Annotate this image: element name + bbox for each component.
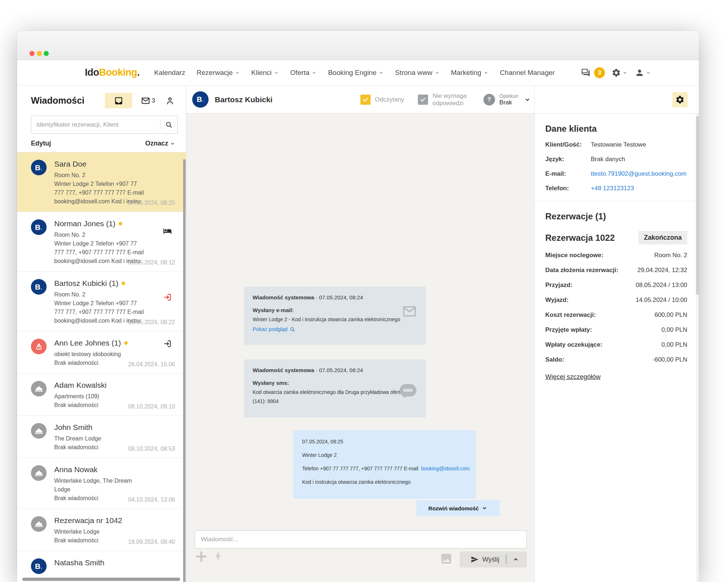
menu-marketing[interactable]: Marketing [451, 69, 488, 77]
message-thread: B. Bartosz Kubicki Odczytany Nie wymagao… [186, 85, 534, 582]
tab-unread[interactable]: 3 [141, 96, 155, 105]
chevron-up-icon[interactable] [513, 556, 519, 563]
chevron-down-icon [312, 70, 317, 75]
conversation-name: Adam Kowalski [54, 381, 107, 390]
send-icon [471, 555, 479, 563]
conversation-item-bartosz-kubicki[interactable]: B. Bartosz Kubicki (1) Room No. 2 Winter… [17, 272, 186, 331]
client-name-value: Testowanie Testowe [591, 141, 646, 148]
conversation-list: B. Sara Doe Room No. 2 Winter Lodge 2 Te… [17, 152, 186, 580]
conversation-item-rezerwacja-1042[interactable]: Rezerwacja nr 1042 Winterlake Lodge Brak… [17, 509, 186, 551]
edit-button[interactable]: Edytuj [31, 140, 51, 147]
conversation-date: 08.10.2024, 09:10 [128, 403, 175, 410]
conversation-name: Ann Lee Johnes (1) [54, 339, 128, 347]
chevron-down-icon [274, 70, 279, 75]
bell-avatar [31, 465, 47, 481]
show-preview-link[interactable]: Pokaż podgląd [253, 326, 417, 332]
app-logo[interactable]: IdoBooking. [85, 67, 140, 78]
conversation-name: Bartosz Kubicki (1) [54, 279, 144, 288]
conversation-item-norman-jones[interactable]: B. Norman Jones (1) Room No. 2 Winter Lo… [17, 212, 186, 272]
image-icon[interactable] [439, 552, 454, 565]
search-box [31, 116, 178, 134]
mark-button[interactable]: Oznacz [145, 140, 175, 147]
more-details-link[interactable]: Więcej szczegółów [545, 373, 601, 381]
conversation-item-john-smith[interactable]: John Smith The Dream Lodge Brak wiadomoś… [17, 416, 186, 458]
check-in-icon [163, 339, 172, 348]
conversation-date: 18.09.2024, 08:40 [128, 539, 175, 545]
booking-avatar: B. [192, 91, 209, 108]
quick-reply-icon[interactable] [212, 549, 224, 563]
sidebar-horizontal-scrollbar[interactable] [22, 578, 180, 581]
inbox-icon [114, 96, 123, 105]
menu-rezerwacje[interactable]: Rezerwacje [197, 69, 240, 77]
minimize-button[interactable] [37, 51, 42, 56]
client-email-link[interactable]: ttesto.791902@guest.booking.com [591, 170, 687, 178]
nav-icon-group: 3 [581, 67, 651, 78]
expand-message-button[interactable]: Rozwiń wiadomość [416, 500, 499, 516]
panel-scrollbar-thumb[interactable] [696, 116, 699, 295]
divider [506, 555, 506, 564]
status-badge: Zakończona [638, 231, 687, 244]
account-menu[interactable] [635, 68, 651, 77]
chevron-down-icon [435, 70, 440, 75]
reservations-title: Rezerwacje (1) [545, 211, 687, 222]
booking-avatar: B. [31, 219, 47, 235]
menu-booking-engine[interactable]: Booking Engine [328, 69, 384, 77]
conversation-item-sara-doe[interactable]: B. Sara Doe Room No. 2 Winter Lodge 2 Te… [17, 152, 186, 212]
conversation-item-natasha-smith[interactable]: B. Natasha Smith [17, 551, 186, 580]
sidebar-title: Wiadomości [31, 95, 84, 106]
booking-avatar: B. [31, 558, 47, 574]
conversation-item-anna-nowak[interactable]: Anna Nowak Winterlake Lodge, The Dream L… [17, 458, 186, 509]
service-bell-icon [34, 426, 44, 436]
person-icon [165, 96, 175, 105]
menu-kalendarz[interactable]: Kalendarz [154, 69, 186, 77]
messages-sidebar: Wiadomości 3 Edytu [17, 85, 186, 582]
reservation-name: Rezerwacja 1022 [545, 233, 615, 243]
tab-inbox[interactable] [105, 93, 132, 108]
unread-tab-count: 3 [152, 97, 155, 104]
menu-oferta[interactable]: Oferta [290, 69, 317, 77]
tab-clients[interactable] [165, 96, 175, 105]
close-button[interactable] [29, 51, 35, 56]
no-reply-checkbox[interactable] [418, 95, 428, 105]
chevron-down-icon [235, 70, 240, 75]
client-data-section: Dane klienta Klient/Gość:Testowanie Test… [535, 113, 699, 201]
panel-header [535, 85, 699, 113]
conversation-item-ann-lee-johnes[interactable]: Ann Lee Johnes (1) obiekt testowy idoboo… [17, 331, 186, 374]
check-icon [362, 96, 369, 103]
details-panel: Dane klienta Klient/Gość:Testowanie Test… [534, 85, 699, 582]
client-phone-link[interactable]: +48 123123123 [591, 185, 634, 192]
search-button[interactable] [161, 121, 177, 128]
guest-message: 07.05.2024, 08:25 Winter Lodge 2 Telefon… [293, 430, 476, 499]
search-input[interactable] [31, 121, 160, 128]
sidebar-vertical-scrollbar[interactable] [183, 159, 186, 582]
send-button[interactable]: Wyślij [460, 551, 527, 567]
messages-icon[interactable] [581, 68, 590, 77]
read-checkbox[interactable] [360, 95, 371, 105]
conversation-item-adam-kowalski[interactable]: Adam Kowalski Apartments (109) Brak wiad… [17, 374, 186, 416]
menu-channel-manager[interactable]: Channel Manager [500, 69, 555, 77]
bed-icon [163, 227, 172, 235]
chevron-down-icon [483, 70, 488, 75]
conversation-date: 05.05.2024, 08:12 [128, 259, 175, 266]
app-window: IdoBooking. Kalendarz Rezerwacje Klienci… [17, 31, 699, 582]
add-attachment-icon[interactable] [195, 550, 208, 563]
settings-menu[interactable] [612, 68, 628, 77]
menu-klienci[interactable]: Klienci [251, 69, 279, 77]
message-input[interactable] [195, 531, 526, 548]
unread-count-badge[interactable]: 3 [594, 67, 605, 78]
gear-icon [612, 68, 621, 77]
maximize-button[interactable] [44, 51, 49, 56]
panel-settings-button[interactable] [672, 92, 688, 107]
chevron-down-icon [646, 70, 651, 75]
gear-icon [675, 95, 685, 104]
conversation-name: Rezerwacja nr 1042 [54, 516, 122, 525]
menu-strona-www[interactable]: Strona www [395, 69, 439, 77]
unread-dot [119, 222, 122, 226]
chevron-down-icon [524, 96, 531, 103]
airbnb-avatar [31, 339, 47, 354]
service-bell-icon [34, 469, 44, 478]
caretaker-dropdown[interactable]: ? Opiekun Brak [483, 93, 531, 106]
user-icon [635, 68, 644, 77]
email-link[interactable]: booking@idosell.com [421, 466, 470, 471]
window-titlebar [17, 31, 699, 60]
